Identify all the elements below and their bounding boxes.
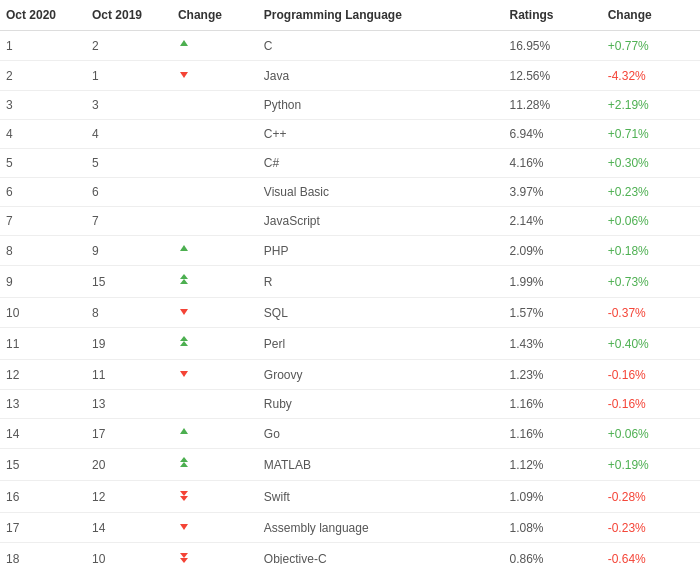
ratings-value: 12.56%	[503, 61, 601, 91]
rank-oct2020: 2	[0, 61, 86, 91]
ratings-value: 11.28%	[503, 91, 601, 120]
svg-marker-5	[180, 309, 188, 315]
rank-oct2019: 3	[86, 91, 172, 120]
rank-oct2019: 11	[86, 360, 172, 390]
svg-marker-8	[180, 371, 188, 377]
rank-oct2020: 7	[0, 207, 86, 236]
change-arrow	[172, 543, 258, 565]
change-value: +2.19%	[602, 91, 700, 120]
rank-oct2019: 4	[86, 120, 172, 149]
change-value: +0.06%	[602, 419, 700, 449]
arrow-down-icon	[178, 305, 190, 317]
table-row: 18 10 Objective-C 0.86% -0.64%	[0, 543, 700, 565]
change-value: +0.06%	[602, 207, 700, 236]
change-arrow	[172, 419, 258, 449]
rank-oct2020: 13	[0, 390, 86, 419]
svg-marker-7	[180, 341, 188, 346]
rank-oct2019: 2	[86, 31, 172, 61]
language-name: Python	[258, 91, 504, 120]
ratings-value: 2.09%	[503, 236, 601, 266]
rank-oct2019: 7	[86, 207, 172, 236]
rank-oct2019: 19	[86, 328, 172, 360]
change-value: -0.23%	[602, 513, 700, 543]
svg-marker-15	[180, 553, 188, 558]
change-value: -4.32%	[602, 61, 700, 91]
language-name: PHP	[258, 236, 504, 266]
change-value: +0.30%	[602, 149, 700, 178]
change-value: -0.64%	[602, 543, 700, 565]
language-name: Objective-C	[258, 543, 504, 565]
svg-marker-1	[180, 72, 188, 78]
svg-marker-3	[180, 274, 188, 279]
ratings-value: 2.14%	[503, 207, 601, 236]
language-name: Swift	[258, 481, 504, 513]
change-value: +0.40%	[602, 328, 700, 360]
ratings-value: 1.16%	[503, 419, 601, 449]
language-name: Perl	[258, 328, 504, 360]
table-row: 14 17 Go 1.16% +0.06%	[0, 419, 700, 449]
change-arrow	[172, 328, 258, 360]
svg-marker-14	[180, 524, 188, 530]
ratings-value: 1.09%	[503, 481, 601, 513]
header-change2: Change	[602, 0, 700, 31]
rank-oct2019: 14	[86, 513, 172, 543]
change-arrow	[172, 513, 258, 543]
table-row: 11 19 Perl 1.43% +0.40%	[0, 328, 700, 360]
language-name: Visual Basic	[258, 178, 504, 207]
language-name: C#	[258, 149, 504, 178]
table-row: 5 5 C# 4.16% +0.30%	[0, 149, 700, 178]
svg-marker-16	[180, 558, 188, 563]
rank-oct2020: 5	[0, 149, 86, 178]
svg-marker-9	[180, 428, 188, 434]
rank-oct2020: 15	[0, 449, 86, 481]
change-value: +0.73%	[602, 266, 700, 298]
header-oct2020: Oct 2020	[0, 0, 86, 31]
language-name: C	[258, 31, 504, 61]
change-arrow	[172, 360, 258, 390]
arrow-up-icon	[178, 38, 190, 50]
arrow-up-icon	[178, 243, 190, 255]
change-arrow	[172, 31, 258, 61]
change-arrow	[172, 91, 258, 120]
change-value: -0.28%	[602, 481, 700, 513]
rank-oct2020: 16	[0, 481, 86, 513]
table-row: 7 7 JavaScript 2.14% +0.06%	[0, 207, 700, 236]
rank-oct2020: 9	[0, 266, 86, 298]
change-arrow	[172, 390, 258, 419]
ratings-value: 6.94%	[503, 120, 601, 149]
change-value: +0.19%	[602, 449, 700, 481]
rank-oct2019: 9	[86, 236, 172, 266]
table-row: 10 8 SQL 1.57% -0.37%	[0, 298, 700, 328]
rank-oct2020: 12	[0, 360, 86, 390]
rank-oct2019: 6	[86, 178, 172, 207]
ratings-value: 16.95%	[503, 31, 601, 61]
ratings-value: 1.16%	[503, 390, 601, 419]
rank-oct2020: 10	[0, 298, 86, 328]
rank-oct2020: 1	[0, 31, 86, 61]
table-row: 16 12 Swift 1.09% -0.28%	[0, 481, 700, 513]
header-ratings: Ratings	[503, 0, 601, 31]
table-row: 3 3 Python 11.28% +2.19%	[0, 91, 700, 120]
rank-oct2019: 20	[86, 449, 172, 481]
rank-oct2020: 3	[0, 91, 86, 120]
language-name: C++	[258, 120, 504, 149]
svg-marker-11	[180, 462, 188, 467]
change-value: +0.77%	[602, 31, 700, 61]
rank-oct2019: 17	[86, 419, 172, 449]
change-arrow	[172, 149, 258, 178]
table-header-row: Oct 2020 Oct 2019 Change Programming Lan…	[0, 0, 700, 31]
svg-marker-6	[180, 336, 188, 341]
language-name: R	[258, 266, 504, 298]
header-change: Change	[172, 0, 258, 31]
change-arrow	[172, 266, 258, 298]
change-arrow	[172, 207, 258, 236]
table-row: 12 11 Groovy 1.23% -0.16%	[0, 360, 700, 390]
ratings-value: 0.86%	[503, 543, 601, 565]
table-row: 13 13 Ruby 1.16% -0.16%	[0, 390, 700, 419]
arrow-double-down-icon	[178, 488, 190, 502]
change-value: +0.18%	[602, 236, 700, 266]
language-name: SQL	[258, 298, 504, 328]
table-row: 6 6 Visual Basic 3.97% +0.23%	[0, 178, 700, 207]
language-name: JavaScript	[258, 207, 504, 236]
arrow-down-icon	[178, 367, 190, 379]
